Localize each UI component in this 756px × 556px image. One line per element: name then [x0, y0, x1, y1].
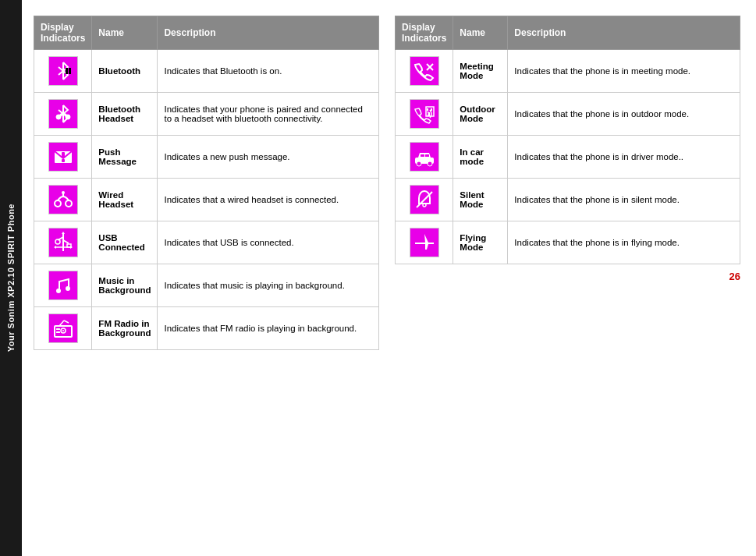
svg-rect-41: [425, 154, 429, 157]
icon-music-background: [48, 271, 78, 300]
name-cell-music: Music in Background: [92, 264, 158, 307]
table-row: Meeting Mode Indicates that the phone is…: [396, 50, 740, 93]
icon-cell-wired: [34, 179, 92, 221]
icon-meeting-mode: [410, 56, 439, 86]
right-col-name: Name: [453, 16, 508, 50]
icon-outdoor-mode: [410, 99, 439, 129]
left-table: DisplayIndicators Name Description: [34, 16, 379, 350]
table-row: USB Connected Indicates that USB is conn…: [34, 221, 379, 264]
table-row: Flying Mode Indicates that the phone is …: [396, 221, 740, 264]
svg-rect-2: [69, 68, 71, 74]
desc-cell-silent: Indicates that the phone is in silent mo…: [508, 179, 740, 221]
svg-rect-36: [431, 108, 432, 111]
table-row: In car mode Indicates that the phone is …: [396, 136, 740, 179]
svg-marker-18: [62, 232, 65, 234]
name-cell-usb: USB Connected: [92, 221, 158, 264]
icon-cell-silent: [396, 179, 453, 221]
name-cell-car: In car mode: [453, 136, 508, 179]
table-row: FM Radio in Background Indicates that FM…: [34, 307, 379, 350]
icon-cell-meeting: [396, 50, 453, 93]
icon-cell-car: [396, 136, 453, 179]
page-number: 26: [395, 271, 740, 282]
table-row: Wired Headset Indicates that a wired hea…: [34, 179, 379, 221]
svg-rect-1: [66, 68, 68, 74]
name-cell-flying: Flying Mode: [453, 221, 508, 264]
table-row: Music in Background Indicates that music…: [34, 264, 379, 307]
svg-rect-7: [62, 152, 65, 158]
icon-cell-fm: [34, 307, 92, 350]
desc-cell-meeting: Indicates that the phone is in meeting m…: [508, 50, 740, 93]
right-table-wrapper: DisplayIndicators Name Description: [395, 16, 740, 282]
left-col-name: Name: [92, 16, 158, 50]
svg-rect-29: [56, 328, 60, 330]
svg-point-22: [56, 289, 61, 293]
desc-cell-bt-headset: Indicates that your phone is paired and …: [158, 93, 379, 136]
right-table: DisplayIndicators Name Description: [395, 16, 740, 264]
svg-marker-20: [54, 246, 56, 249]
table-row: Outdoor Mode Indicates that the phone is…: [396, 93, 740, 136]
icon-bluetooth-headset: [48, 99, 78, 129]
right-col-description: Description: [508, 16, 740, 50]
desc-cell-wired: Indicates that a wired headset is connec…: [158, 179, 379, 221]
icon-cell-bluetooth: [34, 50, 92, 93]
icon-bluetooth: [48, 56, 78, 86]
svg-line-27: [59, 320, 64, 326]
desc-cell-push: Indicates a new push message.: [158, 136, 379, 179]
table-row: Push Message Indicates a new push messag…: [34, 136, 379, 179]
name-cell-push: Push Message: [92, 136, 158, 179]
table-row: Bluetooth Headset Indicates that your ph…: [34, 93, 379, 136]
svg-rect-35: [427, 108, 428, 111]
svg-point-10: [66, 200, 72, 207]
name-cell-fm: FM Radio in Background: [92, 307, 158, 350]
sidebar: Your Sonim XP2.10 SPIRIT Phone: [0, 0, 22, 556]
svg-point-23: [66, 286, 70, 291]
icon-cell-music: [34, 264, 92, 307]
name-cell-bluetooth: Bluetooth: [92, 50, 158, 93]
table-row: Bluetooth Indicates that Bluetooth is on…: [34, 50, 379, 93]
sidebar-label: Your Sonim XP2.10 SPIRIT Phone: [6, 204, 16, 352]
desc-cell-bluetooth: Indicates that Bluetooth is on.: [158, 50, 379, 93]
left-table-wrapper: DisplayIndicators Name Description: [34, 16, 379, 350]
icon-fm-radio: [48, 313, 78, 343]
name-cell-wired: Wired Headset: [92, 179, 158, 221]
svg-point-9: [55, 200, 61, 207]
left-col-display: DisplayIndicators: [34, 16, 92, 50]
svg-rect-30: [56, 331, 60, 333]
svg-rect-34: [428, 112, 430, 116]
svg-line-15: [63, 240, 69, 243]
icon-silent-mode: [410, 185, 439, 214]
svg-point-43: [423, 204, 426, 207]
icon-cell-usb: [34, 221, 92, 264]
desc-cell-car: Indicates that the phone is in driver mo…: [508, 136, 740, 179]
desc-cell-music: Indicates that music is playing in backg…: [158, 264, 379, 307]
desc-cell-fm: Indicates that FM radio is playing in ba…: [158, 307, 379, 350]
desc-cell-outdoor: Indicates that the phone is in outdoor m…: [508, 93, 740, 136]
svg-rect-8: [62, 159, 65, 162]
svg-point-38: [417, 161, 421, 166]
svg-point-39: [428, 161, 432, 166]
svg-point-26: [62, 330, 64, 331]
table-row: Silent Mode Indicates that the phone is …: [396, 179, 740, 221]
svg-rect-40: [421, 154, 424, 157]
icon-cell-bt-headset: [34, 93, 92, 136]
right-col-display: DisplayIndicators: [396, 16, 453, 50]
desc-cell-usb: Indicates that USB is connected.: [158, 221, 379, 264]
svg-line-28: [64, 320, 69, 323]
main-content: DisplayIndicators Name Description: [22, 0, 756, 556]
desc-cell-flying: Indicates that the phone is in flying mo…: [508, 221, 740, 264]
left-col-description: Description: [158, 16, 379, 50]
icon-cell-push: [34, 136, 92, 179]
icon-wired-headset: [48, 185, 78, 214]
icon-flying-mode: [410, 228, 439, 257]
icon-in-car-mode: [410, 142, 439, 172]
icon-push-message: [48, 142, 78, 172]
icon-cell-outdoor: [396, 93, 453, 136]
name-cell-silent: Silent Mode: [453, 179, 508, 221]
icon-usb-connected: [48, 228, 78, 257]
name-cell-outdoor: Outdoor Mode: [453, 93, 508, 136]
name-cell-meeting: Meeting Mode: [453, 50, 508, 93]
svg-point-12: [62, 191, 65, 194]
icon-cell-flying: [396, 221, 453, 264]
name-cell-bt-headset: Bluetooth Headset: [92, 93, 158, 136]
